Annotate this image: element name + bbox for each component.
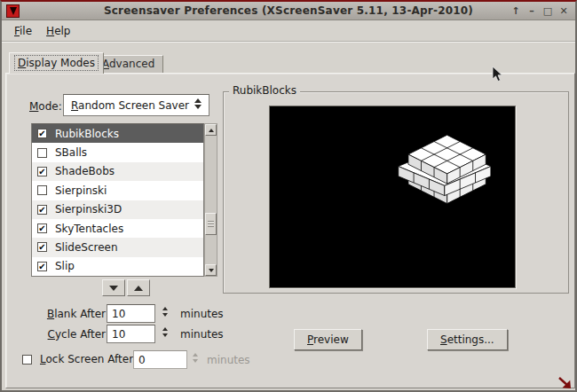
saver-name: RubikBlocks (55, 128, 119, 140)
move-item-up-button[interactable] (127, 279, 150, 296)
preview-frame: RubikBlocks (223, 91, 569, 294)
menubar: File Help (2, 21, 575, 40)
scroll-down-button[interactable] (205, 264, 217, 276)
preview-screen (269, 106, 516, 288)
blank-after-spinner[interactable] (162, 307, 168, 317)
saver-list-item[interactable]: ✔SkyTentacles (32, 219, 203, 238)
titlebar[interactable]: Screensaver Preferences (XScreenSaver 5.… (2, 2, 575, 20)
saver-checkbox[interactable]: ✔ (37, 242, 47, 252)
saver-checkbox[interactable]: ✔ (37, 205, 47, 215)
saver-name: SBalls (55, 146, 87, 159)
saver-checkbox[interactable]: ✔ (37, 167, 47, 176)
mode-label: Mode: (29, 100, 62, 113)
lock-after-spinner[interactable] (193, 353, 198, 363)
blank-after-unit: minutes (180, 308, 224, 320)
saver-name: Slip (55, 260, 75, 272)
saver-list-item[interactable]: ✔Sierpinski3D (32, 200, 203, 219)
cycle-after-label: Cycle After (8, 328, 106, 341)
saver-list-item[interactable]: ✔RubikBlocks (32, 124, 203, 143)
blank-after-label: Blank After (8, 308, 106, 320)
lock-screen-checkbox[interactable] (22, 355, 32, 365)
saver-checkbox[interactable] (37, 185, 47, 195)
scrollbar-thumb[interactable] (205, 213, 217, 235)
cycle-after-spinner[interactable] (162, 327, 168, 337)
mode-select[interactable]: Random Screen Saver (63, 94, 209, 116)
shade-window-button[interactable]: ↑ (508, 4, 524, 19)
combo-arrows-icon (194, 98, 202, 109)
saver-name: Sierpinski (55, 184, 107, 197)
saver-list-item[interactable]: ✔Slip (32, 257, 203, 276)
lock-after-unit: minutes (207, 354, 250, 366)
move-item-down-button[interactable] (102, 279, 125, 296)
cycle-after-unit: minutes (180, 328, 224, 341)
saver-checkbox[interactable]: ✔ (37, 262, 47, 271)
menubar-separator (2, 41, 575, 43)
saver-list-item[interactable]: SBalls (32, 143, 203, 161)
saver-name: SkyTentacles (55, 223, 123, 235)
arrow-down-icon (209, 269, 214, 272)
menu-help[interactable]: Help (39, 23, 77, 39)
close-window-button[interactable]: ✕ (556, 4, 572, 19)
xscreensaver-app-icon[interactable] (6, 4, 20, 18)
preview-frame-title: RubikBlocks (229, 84, 300, 97)
tab-display-modes[interactable]: Display Modes (9, 52, 104, 74)
arrow-up-icon (209, 129, 214, 132)
saver-name: Sierpinski3D (55, 203, 122, 216)
resize-grip-icon[interactable] (557, 376, 573, 390)
saver-checkbox[interactable]: ✔ (37, 223, 47, 233)
minimize-window-button[interactable]: – (524, 4, 540, 19)
window-controls: ↑ – □ ✕ (508, 2, 572, 20)
blank-after-input[interactable]: 10 (107, 304, 155, 323)
saver-list-item[interactable]: Sierpinski (32, 181, 203, 200)
arrow-up-icon (134, 286, 143, 291)
saver-name: SlideScreen (55, 241, 118, 254)
maximize-window-button[interactable]: □ (540, 4, 556, 19)
saver-list-scrollbar[interactable] (204, 123, 217, 277)
display-modes-panel: Mode: Random Screen Saver ✔RubikBlocksSB… (5, 73, 575, 388)
scroll-up-button[interactable] (205, 124, 217, 136)
rubik-blocks-cube-graphic (392, 129, 492, 211)
saver-list-item[interactable]: ✔SlideScreen (32, 238, 203, 256)
cycle-after-input[interactable]: 10 (107, 325, 155, 343)
saver-list-item[interactable]: ✔ShadeBobs (32, 162, 203, 181)
mode-selected-value: Random Screen Saver (71, 99, 189, 112)
saver-checkbox[interactable]: ✔ (37, 129, 47, 138)
window-title: Screensaver Preferences (XScreenSaver 5.… (2, 4, 575, 17)
arrow-down-icon (109, 286, 118, 291)
saver-list[interactable]: ✔RubikBlocksSBalls✔ShadeBobsSierpinski✔S… (31, 123, 204, 277)
preview-button[interactable]: Preview (294, 329, 362, 350)
menu-file[interactable]: File (7, 23, 39, 39)
saver-checkbox[interactable] (37, 148, 47, 158)
lock-after-input[interactable]: 0 (133, 350, 187, 369)
lock-screen-label: Lock Screen After (40, 353, 133, 365)
saver-name: ShadeBobs (55, 165, 115, 177)
screensaver-preferences-window: Screensaver Preferences (XScreenSaver 5.… (0, 0, 577, 392)
mouse-cursor-icon (492, 66, 503, 82)
settings-button[interactable]: Settings... (427, 329, 508, 350)
